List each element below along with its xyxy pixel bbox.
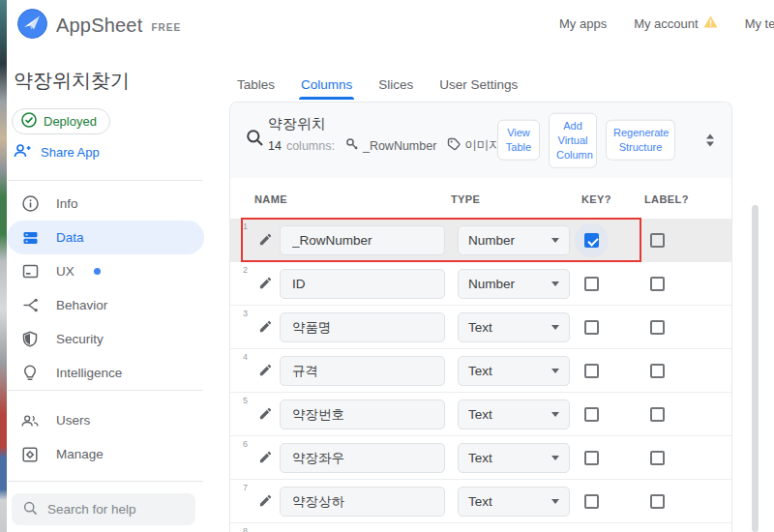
sidebar-item-label: Behavior xyxy=(56,298,107,312)
chevron-down-icon xyxy=(551,412,559,417)
top-navigation: My apps My account My team xyxy=(559,15,774,31)
sidebar-item-label: Intelligence xyxy=(56,366,122,380)
nav-my-team[interactable]: My team xyxy=(745,16,774,31)
column-row: 5 Text xyxy=(230,393,731,436)
column-type-select[interactable]: Number xyxy=(458,225,570,255)
chevron-down-icon xyxy=(551,456,559,460)
column-name-input[interactable] xyxy=(280,312,445,342)
key-checkbox[interactable] xyxy=(584,451,599,465)
warning-icon xyxy=(703,15,718,31)
edit-pencil-icon[interactable] xyxy=(258,232,273,251)
deployed-badge[interactable]: Deployed xyxy=(12,108,110,134)
tab-user-settings[interactable]: User Settings xyxy=(439,77,518,100)
help-search-input[interactable]: Search for help xyxy=(12,493,195,525)
edit-pencil-icon[interactable] xyxy=(258,450,273,468)
label-checkbox[interactable] xyxy=(650,494,665,509)
edit-pencil-icon[interactable] xyxy=(258,493,273,512)
sidebar-item-data[interactable]: Data xyxy=(7,221,204,254)
type-select-value: Text xyxy=(468,320,492,335)
tab-tables[interactable]: Tables xyxy=(237,77,275,100)
nav-my-account[interactable]: My account xyxy=(634,15,717,31)
table-summary: 약장위치 14 columns: _RowNumber xyxy=(268,115,501,154)
key-checkbox[interactable] xyxy=(584,277,599,291)
page-scrollbar[interactable] xyxy=(752,205,759,532)
view-table-button[interactable]: View Table xyxy=(497,120,540,161)
sidebar-item-intelligence[interactable]: Intelligence xyxy=(7,356,204,390)
ux-icon xyxy=(21,263,39,281)
column-name-input[interactable] xyxy=(280,487,445,517)
add-virtual-column-button[interactable]: Add Virtual Column xyxy=(549,113,597,168)
search-icon xyxy=(23,501,38,518)
sidebar-item-info[interactable]: Info xyxy=(7,187,204,221)
search-columns-icon[interactable] xyxy=(246,129,264,151)
label-checkbox[interactable] xyxy=(650,277,665,291)
share-app-icon xyxy=(14,144,31,161)
sidebar: 약장위치찾기 Deployed Share App xyxy=(7,0,212,532)
regenerate-structure-button[interactable]: Regenerate Structure xyxy=(606,120,675,161)
column-name-input[interactable] xyxy=(280,443,445,473)
edit-pencil-icon[interactable] xyxy=(258,363,273,381)
column-name-input[interactable] xyxy=(280,225,445,255)
share-app-button[interactable]: Share App xyxy=(14,144,100,161)
key-checkbox[interactable] xyxy=(584,233,599,248)
label-checkbox[interactable] xyxy=(650,233,665,248)
tab-columns[interactable]: Columns xyxy=(301,77,352,100)
column-row: 2 Number xyxy=(230,262,731,306)
nav-my-apps[interactable]: My apps xyxy=(559,16,607,31)
key-checkbox[interactable] xyxy=(584,320,599,335)
security-icon xyxy=(21,331,39,348)
sidebar-item-label: Info xyxy=(56,196,78,211)
edit-pencil-icon[interactable] xyxy=(258,276,273,294)
key-checkbox[interactable] xyxy=(584,494,599,509)
column-name-input[interactable] xyxy=(280,269,445,299)
column-name-input[interactable] xyxy=(280,356,445,386)
sidebar-divider xyxy=(8,390,203,391)
sidebar-item-ux[interactable]: UX xyxy=(7,254,204,288)
users-icon xyxy=(21,412,39,429)
help-search-placeholder: Search for help xyxy=(47,502,136,517)
sidebar-item-label: Data xyxy=(56,230,84,245)
column-type-select[interactable]: Text xyxy=(458,399,570,429)
row-number: 2 xyxy=(243,265,248,275)
intelligence-icon xyxy=(21,365,39,382)
sidebar-item-security[interactable]: Security xyxy=(7,322,204,356)
panel-actions: View Table Add Virtual Column Regenerate… xyxy=(497,113,675,168)
sidebar-item-manage[interactable]: Manage xyxy=(7,437,204,471)
column-type-select[interactable]: Number xyxy=(458,269,570,299)
chevron-down-icon xyxy=(551,325,559,330)
unfold-panel-icon[interactable] xyxy=(706,134,714,147)
sidebar-item-users[interactable]: Users xyxy=(7,403,204,437)
row-number: 6 xyxy=(243,439,248,449)
column-row: 3 Text xyxy=(230,306,731,349)
row-number: 8 xyxy=(243,526,248,532)
edit-pencil-icon[interactable] xyxy=(258,406,273,425)
table-meta: 14 columns: _RowNumber xyxy=(268,137,501,154)
table-name: 약장위치 xyxy=(268,115,501,133)
edit-pencil-icon[interactable] xyxy=(258,319,273,338)
column-type-select[interactable]: Text xyxy=(458,356,570,386)
sidebar-item-label: Security xyxy=(56,332,104,346)
sidebar-item-label: UX xyxy=(56,264,74,279)
column-type-select[interactable]: Text xyxy=(458,487,570,517)
sidebar-item-behavior[interactable]: Behavior xyxy=(7,288,204,322)
label-checkbox[interactable] xyxy=(650,451,665,465)
grid-header-row: NAME TYPE KEY? LABEL? xyxy=(230,178,731,219)
type-select-value: Text xyxy=(468,451,492,465)
key-checkbox[interactable] xyxy=(584,407,599,422)
key-checkbox[interactable] xyxy=(584,364,599,378)
desktop-background-sliver xyxy=(0,0,7,532)
column-type-select[interactable]: Text xyxy=(458,443,570,473)
deployed-label: Deployed xyxy=(44,114,97,129)
label-checkbox[interactable] xyxy=(650,364,665,378)
table-tabs: Tables Columns Slices User Settings xyxy=(237,77,518,100)
ux-notification-dot xyxy=(94,268,101,275)
label-checkbox[interactable] xyxy=(650,407,665,422)
tab-slices[interactable]: Slices xyxy=(378,77,413,100)
columns-count: 14 xyxy=(268,139,282,153)
info-icon xyxy=(21,195,39,213)
column-row: 7 Text xyxy=(230,480,731,523)
column-type-select[interactable]: Text xyxy=(458,312,570,342)
column-name-input[interactable] xyxy=(280,399,445,429)
label-checkbox[interactable] xyxy=(650,320,665,335)
type-select-value: Text xyxy=(468,407,492,422)
